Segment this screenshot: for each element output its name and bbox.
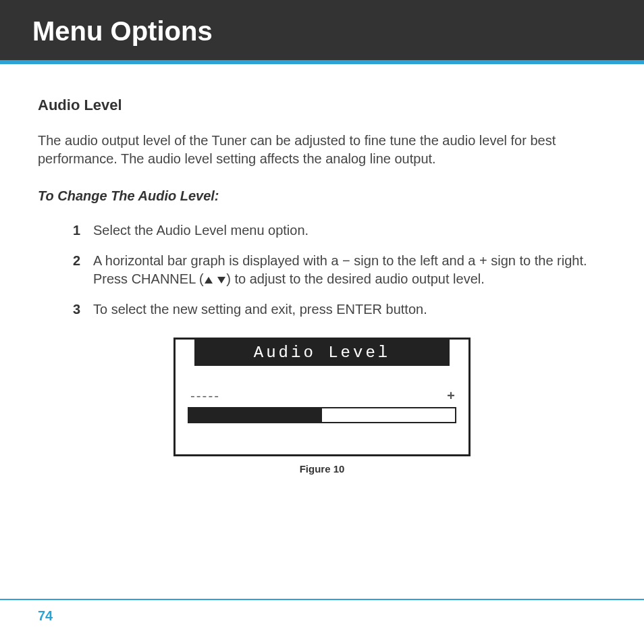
step-3: 3 To select the new setting and exit, pr… [73,300,606,319]
lcd-title: Audio Level [254,344,390,362]
step-text: To select the new setting and exit, pres… [93,300,606,319]
header-bar: Menu Options [0,0,644,64]
arrow-up-icon [205,277,213,284]
step-text-after: ) to adjust to the desired audio output … [226,271,484,286]
step-number: 2 [73,252,93,270]
plus-icon: + [447,389,455,404]
page-footer: 74 [0,599,644,644]
arrow-down-icon [217,277,225,284]
lcd-title-bar: Audio Level [194,340,450,366]
minus-icon: ----- [189,390,219,404]
page-title: Menu Options [32,16,612,47]
content-area: Audio Level The audio output level of th… [0,64,644,488]
step-number: 3 [73,300,93,319]
lcd-screen: Audio Level ----- + [173,338,471,456]
procedure-subheading: To Change The Audio Level: [38,188,606,204]
lcd-body: ----- + [176,366,468,454]
steps-list: 1 Select the Audio Level menu option. 2 … [38,221,606,319]
step-text: A horizontal bar graph is displayed with… [93,252,606,288]
lcd-controls: ----- + [188,389,456,404]
section-heading: Audio Level [38,97,606,114]
step-text: Select the Audio Level menu option. [93,221,606,240]
step-number: 1 [73,221,93,240]
figure-caption: Figure 10 [38,463,606,475]
figure-container: Audio Level ----- + Figure 10 [38,338,606,475]
intro-paragraph: The audio output level of the Tuner can … [38,132,606,168]
level-bar-track [188,407,456,423]
page-number: 74 [38,608,53,623]
level-bar-fill [189,408,322,422]
step-1: 1 Select the Audio Level menu option. [73,221,606,240]
step-2: 2 A horizontal bar graph is displayed wi… [73,252,606,288]
